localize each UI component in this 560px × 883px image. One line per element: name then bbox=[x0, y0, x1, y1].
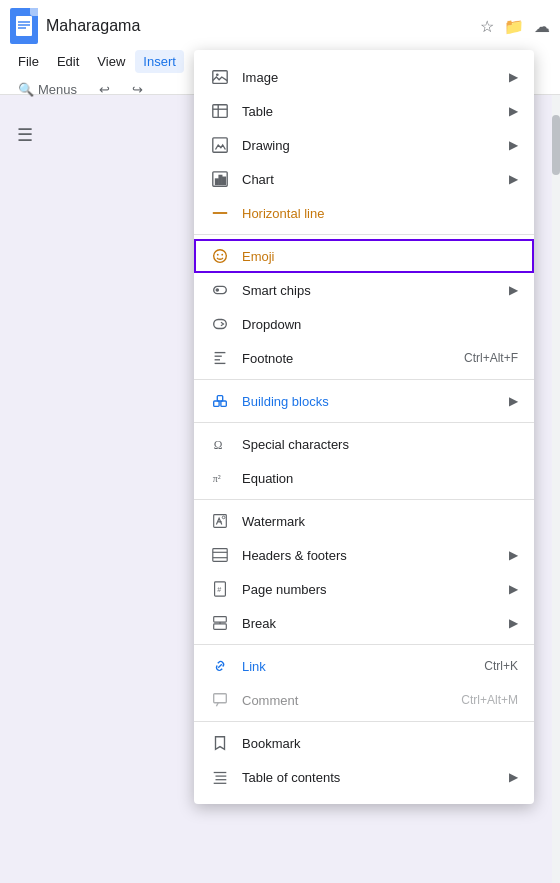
menu-item-bookmark[interactable]: Bookmark bbox=[194, 726, 534, 760]
doc-icon bbox=[10, 8, 38, 44]
horizontal-line-label: Horizontal line bbox=[242, 206, 518, 221]
menu-item-building-blocks[interactable]: Building blocks ▶ bbox=[194, 384, 534, 418]
page-numbers-arrow: ▶ bbox=[509, 582, 518, 596]
document-title: Maharagama bbox=[46, 17, 472, 35]
chart-arrow: ▶ bbox=[509, 172, 518, 186]
break-arrow: ▶ bbox=[509, 616, 518, 630]
building-blocks-label: Building blocks bbox=[242, 394, 505, 409]
menu-section-4: Ω Special characters π² Equation bbox=[194, 423, 534, 500]
menu-view[interactable]: View bbox=[89, 50, 133, 73]
drawing-label: Drawing bbox=[242, 138, 505, 153]
menu-item-break[interactable]: Break ▶ bbox=[194, 606, 534, 640]
search-icon: 🔍 bbox=[18, 82, 34, 97]
undo-button[interactable]: ↩ bbox=[91, 79, 118, 100]
menu-section-2: Emoji Smart chips ▶ Dropdown bbox=[194, 235, 534, 380]
menu-insert[interactable]: Insert bbox=[135, 50, 184, 73]
equation-label: Equation bbox=[242, 471, 518, 486]
menu-section-1: Image ▶ Table ▶ Drawing ▶ bbox=[194, 56, 534, 235]
link-icon bbox=[210, 656, 230, 676]
headers-footers-label: Headers & footers bbox=[242, 548, 505, 563]
horizontal-line-icon bbox=[210, 203, 230, 223]
menu-item-page-numbers[interactable]: # Page numbers ▶ bbox=[194, 572, 534, 606]
building-blocks-icon bbox=[210, 391, 230, 411]
svg-rect-30 bbox=[213, 549, 227, 562]
svg-point-29 bbox=[222, 516, 225, 519]
menu-item-link[interactable]: Link Ctrl+K bbox=[194, 649, 534, 683]
bookmark-label: Bookmark bbox=[242, 736, 518, 751]
bookmark-icon bbox=[210, 733, 230, 753]
drawing-icon bbox=[210, 135, 230, 155]
svg-text:Ω: Ω bbox=[214, 439, 223, 452]
svg-rect-38 bbox=[214, 694, 227, 703]
break-label: Break bbox=[242, 616, 505, 631]
svg-point-14 bbox=[221, 254, 223, 256]
table-arrow: ▶ bbox=[509, 104, 518, 118]
menu-item-table-of-contents[interactable]: Table of contents ▶ bbox=[194, 760, 534, 794]
svg-point-2 bbox=[216, 73, 219, 76]
menu-item-special-characters[interactable]: Ω Special characters bbox=[194, 427, 534, 461]
svg-rect-1 bbox=[213, 71, 227, 84]
scrollbar[interactable] bbox=[552, 95, 560, 883]
search-menus-button[interactable]: 🔍 Menus bbox=[10, 79, 85, 100]
comment-shortcut: Ctrl+Alt+M bbox=[461, 693, 518, 707]
header-footer-icon bbox=[210, 545, 230, 565]
svg-rect-10 bbox=[223, 177, 226, 184]
svg-rect-6 bbox=[213, 138, 227, 152]
menu-section-5: Watermark Headers & footers ▶ # Page num… bbox=[194, 500, 534, 645]
svg-point-16 bbox=[216, 288, 220, 292]
comment-icon bbox=[210, 690, 230, 710]
footnote-shortcut: Ctrl+Alt+F bbox=[464, 351, 518, 365]
footnote-icon bbox=[210, 348, 230, 368]
footnote-label: Footnote bbox=[242, 351, 464, 366]
chart-icon bbox=[210, 169, 230, 189]
comment-label: Comment bbox=[242, 693, 461, 708]
menu-section-7: Bookmark Table of contents ▶ bbox=[194, 722, 534, 798]
menu-item-drawing[interactable]: Drawing ▶ bbox=[194, 128, 534, 162]
dropdown-icon bbox=[210, 314, 230, 334]
svg-rect-36 bbox=[214, 624, 227, 629]
table-of-contents-label: Table of contents bbox=[242, 770, 505, 785]
break-icon bbox=[210, 613, 230, 633]
page-numbers-label: Page numbers bbox=[242, 582, 505, 597]
menu-item-table[interactable]: Table ▶ bbox=[194, 94, 534, 128]
redo-button[interactable]: ↪ bbox=[124, 79, 151, 100]
watermark-icon bbox=[210, 511, 230, 531]
emoji-icon bbox=[210, 246, 230, 266]
menu-item-smart-chips[interactable]: Smart chips ▶ bbox=[194, 273, 534, 307]
svg-rect-23 bbox=[214, 401, 219, 406]
menu-item-image[interactable]: Image ▶ bbox=[194, 60, 534, 94]
drawing-arrow: ▶ bbox=[509, 138, 518, 152]
left-sidebar: ☰ bbox=[10, 120, 40, 150]
chart-label: Chart bbox=[242, 172, 505, 187]
menu-item-comment: Comment Ctrl+Alt+M bbox=[194, 683, 534, 717]
image-icon bbox=[210, 67, 230, 87]
menu-item-horizontal-line[interactable]: Horizontal line bbox=[194, 196, 534, 230]
svg-rect-8 bbox=[216, 179, 219, 184]
menu-item-footnote[interactable]: Footnote Ctrl+Alt+F bbox=[194, 341, 534, 375]
scrollbar-thumb[interactable] bbox=[552, 115, 560, 175]
menu-edit[interactable]: Edit bbox=[49, 50, 87, 73]
smart-chips-label: Smart chips bbox=[242, 283, 505, 298]
menu-item-chart[interactable]: Chart ▶ bbox=[194, 162, 534, 196]
menu-section-6: Link Ctrl+K Comment Ctrl+Alt+M bbox=[194, 645, 534, 722]
cloud-icon[interactable]: ☁ bbox=[534, 17, 550, 36]
menu-item-equation[interactable]: π² Equation bbox=[194, 461, 534, 495]
menu-item-dropdown[interactable]: Dropdown bbox=[194, 307, 534, 341]
smart-chips-icon bbox=[210, 280, 230, 300]
image-arrow: ▶ bbox=[509, 70, 518, 84]
folder-icon[interactable]: 📁 bbox=[504, 17, 524, 36]
svg-text:#: # bbox=[217, 585, 221, 594]
table-icon bbox=[210, 101, 230, 121]
outline-icon[interactable]: ☰ bbox=[10, 120, 40, 150]
menu-item-headers-footers[interactable]: Headers & footers ▶ bbox=[194, 538, 534, 572]
menu-item-watermark[interactable]: Watermark bbox=[194, 504, 534, 538]
link-shortcut: Ctrl+K bbox=[484, 659, 518, 673]
svg-text:π²: π² bbox=[213, 473, 221, 484]
image-label: Image bbox=[242, 70, 505, 85]
equation-icon: π² bbox=[210, 468, 230, 488]
menu-item-emoji[interactable]: Emoji bbox=[194, 239, 534, 273]
svg-rect-25 bbox=[217, 396, 222, 401]
menu-file[interactable]: File bbox=[10, 50, 47, 73]
building-blocks-arrow: ▶ bbox=[509, 394, 518, 408]
star-icon[interactable]: ☆ bbox=[480, 17, 494, 36]
